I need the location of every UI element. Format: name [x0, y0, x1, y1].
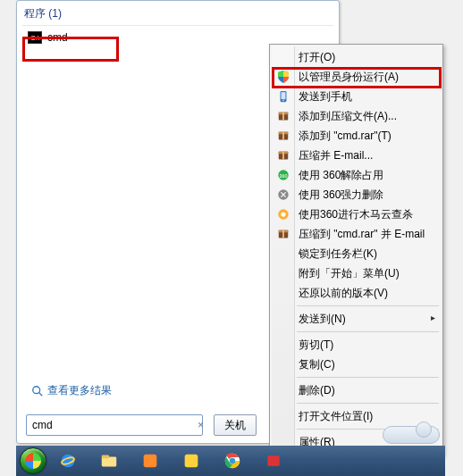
- menu-item-run-as-admin[interactable]: 以管理员身份运行(A): [272, 67, 441, 87]
- menu-separator: [297, 377, 439, 378]
- svg-rect-21: [282, 230, 284, 238]
- menu-item-delete[interactable]: 删除(D): [272, 380, 441, 400]
- menu-item-360-unlock[interactable]: 360 使用 360解除占用: [272, 165, 441, 185]
- phone-icon: [276, 89, 290, 104]
- menu-item-send-to[interactable]: 发送到(N): [272, 309, 441, 329]
- menu-item-360-trojan-scan[interactable]: 使用360进行木马云查杀: [272, 205, 441, 224]
- search-icon: [31, 385, 44, 397]
- svg-rect-13: [282, 152, 284, 160]
- context-menu: 打开(O) 以管理员身份运行(A) 发送到手机 添加到压缩文件(A)... 添加…: [269, 44, 443, 455]
- winrar-icon: [276, 148, 290, 163]
- see-more-results-link[interactable]: 查看更多结果: [26, 380, 117, 402]
- taskbar-explorer-icon[interactable]: [89, 448, 129, 473]
- search-input[interactable]: [26, 414, 203, 436]
- taskbar-app-icon[interactable]: [130, 448, 170, 473]
- taskbar-app-icon[interactable]: [254, 448, 293, 473]
- menu-item-restore-versions[interactable]: 还原以前的版本(V): [272, 283, 441, 303]
- shield-icon: [276, 70, 290, 84]
- svg-rect-30: [267, 455, 279, 466]
- svg-point-18: [281, 212, 285, 216]
- start-button[interactable]: [20, 447, 46, 474]
- more-results-label: 查看更多结果: [47, 383, 112, 398]
- tray-cloud-icon: [383, 426, 440, 444]
- menu-item-open[interactable]: 打开(O): [272, 47, 441, 67]
- svg-rect-3: [282, 92, 286, 99]
- menu-item-pin-taskbar[interactable]: 锁定到任务栏(K): [272, 244, 441, 263]
- programs-header: 程序 (1): [17, 1, 339, 25]
- cmd-icon: C:\: [28, 31, 42, 44]
- taskbar-ie-icon[interactable]: [48, 448, 88, 473]
- svg-point-4: [282, 100, 284, 102]
- 360-delete-icon: [276, 188, 290, 202]
- 360-icon: 360: [276, 168, 290, 182]
- svg-rect-27: [185, 455, 198, 468]
- menu-item-open-location[interactable]: 打开文件位置(I): [272, 406, 441, 426]
- svg-rect-25: [102, 455, 109, 459]
- menu-item-pin-start[interactable]: 附到「开始」菜单(U): [272, 263, 441, 283]
- svg-rect-10: [282, 132, 284, 140]
- menu-item-compress-email[interactable]: 压缩并 E-mail...: [272, 146, 441, 165]
- shutdown-button[interactable]: 关机: [214, 414, 257, 436]
- search-row: × 关机: [26, 414, 257, 436]
- menu-item-send-to-phone[interactable]: 发送到手机: [272, 87, 441, 106]
- 360-scan-icon: [276, 207, 290, 221]
- menu-separator: [297, 403, 439, 404]
- svg-text:360: 360: [280, 173, 288, 179]
- menu-item-360-force-delete[interactable]: 使用 360强力删除: [272, 185, 441, 205]
- divider: [22, 25, 333, 26]
- menu-item-compress-cmd-email[interactable]: 压缩到 "cmd.rar" 并 E-mail: [272, 224, 441, 244]
- menu-item-add-to-archive[interactable]: 添加到压缩文件(A)...: [272, 106, 441, 126]
- taskbar: [16, 446, 445, 476]
- menu-item-cut[interactable]: 剪切(T): [272, 335, 441, 355]
- svg-rect-7: [282, 113, 284, 121]
- winrar-icon: [276, 227, 290, 241]
- winrar-icon: [276, 129, 290, 143]
- menu-item-copy[interactable]: 复制(C): [272, 355, 441, 374]
- menu-separator: [297, 331, 439, 332]
- svg-point-0: [33, 386, 40, 393]
- svg-point-29: [230, 458, 235, 463]
- taskbar-chrome-icon[interactable]: [213, 448, 252, 473]
- clear-search-icon[interactable]: ×: [198, 419, 204, 431]
- program-label: cmd: [47, 31, 68, 44]
- menu-separator: [297, 305, 439, 306]
- winrar-icon: [276, 109, 290, 123]
- svg-rect-26: [144, 455, 157, 468]
- taskbar-app-icon[interactable]: [172, 448, 211, 473]
- menu-item-add-to-cmd-rar[interactable]: 添加到 "cmd.rar"(T): [272, 126, 441, 146]
- svg-line-1: [39, 392, 43, 396]
